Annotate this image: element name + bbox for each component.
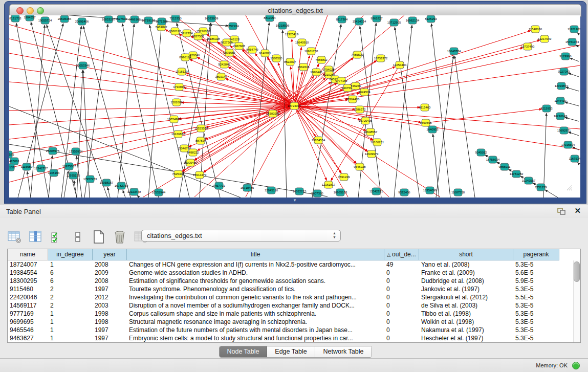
table-row[interactable]: 911546021997Tourette syndrome. Phenomeno… [8, 285, 580, 293]
column-header-pagerank[interactable]: pagerank [513, 249, 559, 260]
red-edge[interactable] [9, 53, 294, 106]
table-cell: 5.3E-5 [513, 310, 559, 318]
red-edge[interactable] [294, 106, 348, 197]
table-cell: 6 [48, 269, 93, 277]
table-row[interactable]: 1938455462009Genome-wide association stu… [8, 269, 580, 277]
table-panel-header: Table Panel ✕ [0, 205, 588, 218]
graph-node-label: 9245012 [475, 151, 487, 154]
table-cell: 0 [384, 285, 419, 293]
table-row[interactable]: 1872400712008Changes of HCN gene express… [8, 260, 580, 269]
black-edge[interactable] [578, 162, 579, 164]
black-edge[interactable] [77, 70, 83, 198]
black-edge[interactable] [107, 187, 110, 198]
black-edge[interactable] [27, 171, 31, 198]
black-edge[interactable] [394, 25, 412, 198]
graph-node-label: 16022215 [293, 190, 307, 193]
graph-node-label: 16962134 [406, 19, 420, 22]
graph-node-label: 18756034 [486, 158, 500, 161]
table-row[interactable]: 1830029562008Estimation of significance … [8, 277, 580, 285]
tab-edge-table[interactable]: Edge Table [267, 346, 315, 357]
table-cell: 9699695 [8, 318, 48, 326]
column-header-short[interactable]: short [419, 249, 513, 260]
table-cell: 5.3E-5 [513, 318, 559, 326]
black-edge[interactable] [569, 132, 579, 136]
show-columns-icon[interactable] [28, 229, 43, 245]
graph-node-label: 1562615 [297, 65, 310, 69]
red-edge[interactable] [426, 109, 542, 123]
black-edge[interactable] [83, 26, 130, 198]
column-header-out_de[interactable]: △out_de... [384, 249, 419, 260]
graph-node-label: 9777169 [335, 79, 347, 82]
red-edge[interactable] [186, 73, 294, 106]
unselect-all-icon[interactable] [70, 229, 85, 245]
black-edge[interactable] [122, 24, 159, 198]
black-edge[interactable] [566, 87, 579, 91]
black-edge[interactable] [123, 190, 125, 198]
table-cell: 0 [384, 318, 419, 326]
column-header-in_degree[interactable]: in_degree [48, 249, 93, 260]
graph-node-label: 7386372 [354, 108, 366, 111]
table-selector-dropdown[interactable]: citations_edges.txt ▲▼ [141, 230, 341, 242]
graph-node-label: 16648784 [447, 50, 461, 53]
tab-node-table[interactable]: Node Table [220, 346, 267, 357]
network-graph[interactable]: 1872400774638228660128591295415226058982… [9, 15, 580, 198]
red-edge[interactable] [294, 106, 356, 164]
table-cell: 9463627 [8, 334, 48, 342]
table-row[interactable]: 946554611997Estimation of the future num… [8, 326, 580, 334]
table-cell: 1998 [93, 310, 127, 318]
scrollbar-thumb[interactable] [574, 261, 580, 282]
column-header-name[interactable]: name [8, 249, 48, 260]
red-edge[interactable] [294, 65, 580, 106]
column-header-title[interactable]: title [127, 249, 384, 260]
black-edge[interactable] [454, 56, 475, 198]
table-settings-icon[interactable] [7, 229, 23, 245]
new-file-icon[interactable] [91, 229, 106, 245]
black-edge[interactable] [565, 117, 579, 121]
red-edge[interactable] [194, 106, 294, 197]
float-window-icon[interactable] [557, 208, 565, 215]
panel-splitter-handle[interactable]: ▾ [291, 198, 299, 204]
black-edge[interactable] [570, 58, 579, 61]
black-edge[interactable] [179, 23, 210, 198]
graph-node-label: 15751074 [565, 40, 579, 43]
graph-node-label: 16914479 [193, 173, 207, 177]
delete-icon[interactable] [112, 229, 127, 245]
black-edge[interactable] [577, 33, 579, 34]
table-row[interactable]: 969969511998Structural magnetic resonanc… [8, 318, 580, 326]
black-edge[interactable] [84, 24, 108, 198]
black-edge[interactable] [565, 102, 579, 106]
black-edge[interactable] [436, 56, 453, 198]
black-edge[interactable] [137, 195, 139, 198]
graph-node-label: 9146821 [259, 52, 271, 55]
graph-node-label: 2718129 [176, 70, 188, 73]
memory-status-label: Memory: OK [536, 362, 568, 368]
table-row[interactable]: 977716911998Corpus callosum shape and si… [8, 310, 580, 318]
select-all-icon[interactable] [49, 229, 64, 245]
table-row[interactable]: 1456911722003Disruption of a novel membe… [8, 301, 580, 310]
table-row[interactable]: 2242004622012Investigating the contribut… [8, 293, 580, 301]
red-edge[interactable] [9, 106, 294, 111]
table-cell: Tourette syndrome. Phenomenology and cla… [127, 285, 384, 293]
black-edge[interactable] [569, 73, 579, 77]
vertical-scrollbar[interactable] [573, 260, 580, 342]
red-edge[interactable] [234, 39, 357, 164]
memory-status-indicator[interactable] [572, 362, 580, 369]
graph-node-label: 10243557 [522, 179, 536, 182]
red-edge[interactable] [204, 58, 381, 172]
black-edge[interactable] [148, 26, 161, 198]
red-edge[interactable] [246, 106, 294, 197]
graph-node-label: 19166852 [171, 133, 185, 136]
network-canvas[interactable]: 1872400774638228660128591295415226058982… [9, 15, 580, 198]
canvas-resize-grip[interactable] [566, 185, 573, 191]
graph-node-label: 3803144 [215, 75, 227, 78]
close-icon[interactable]: ✕ [574, 206, 581, 215]
red-edge[interactable] [9, 106, 294, 154]
black-edge[interactable] [118, 24, 134, 198]
tab-network-table[interactable]: Network Table [315, 346, 372, 357]
black-edge[interactable] [545, 190, 558, 198]
black-edge[interactable] [395, 27, 420, 198]
table-row[interactable]: 946362711997Embryonic stem cells: a mode… [8, 334, 580, 342]
graph-node-label: 1167534 [569, 157, 580, 160]
graph-node-label: 9827509 [221, 41, 233, 44]
column-header-year[interactable]: year [93, 249, 127, 260]
